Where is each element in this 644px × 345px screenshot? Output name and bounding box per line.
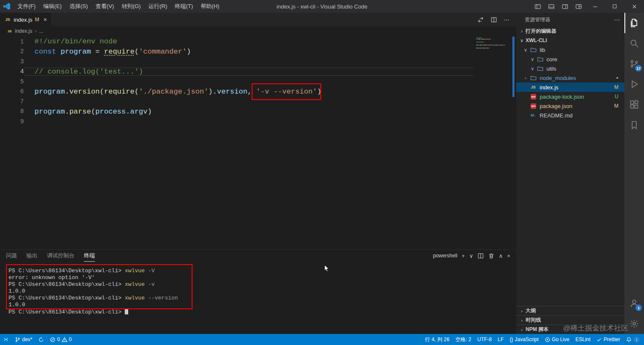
terminal-line: PS C:\Users\86134\Desktop\xwl-cli> (9, 308, 516, 316)
layout-sidebar-right-button[interactable] (558, 0, 572, 13)
menu-item-7[interactable]: 帮助(H) (197, 0, 223, 13)
timeline-section[interactable]: › 时间线 (516, 315, 624, 325)
code-line[interactable]: 4// console.log('test...') (0, 67, 474, 77)
activity-settings[interactable] (624, 314, 644, 334)
menu-item-0[interactable]: 文件(F) (14, 0, 40, 13)
minimize-button[interactable] (585, 0, 605, 13)
open-changes-icon[interactable] (477, 17, 484, 23)
menu-item-6[interactable]: 终端(T) (171, 0, 197, 13)
terminal-content[interactable]: PS C:\Users\86134\Desktop\xwl-cli> xwlvu… (0, 262, 516, 334)
file-name: package-lock.json (540, 94, 584, 100)
layout-customize-button[interactable] (572, 0, 585, 13)
more-actions-icon[interactable]: ⋯ (504, 17, 509, 23)
minimap[interactable] (476, 37, 510, 51)
sidebar-bottom-sections: › 大纲 › 时间线 › NPM 脚本 (516, 306, 624, 334)
tree-item-package.json[interactable]: npmpackage.jsonM (516, 101, 624, 111)
split-icon[interactable] (477, 253, 484, 259)
activity-explorer[interactable] (624, 13, 644, 33)
tree-item-README.md[interactable]: M↓README.md (516, 111, 624, 120)
code-token: require (104, 48, 134, 56)
status-go-live[interactable]: Go Live (542, 334, 572, 345)
project-section[interactable]: ∨ XWL-CLI (516, 36, 624, 45)
npm-scripts-section[interactable]: › NPM 脚本 (516, 325, 624, 334)
maximize-button[interactable] (605, 0, 624, 13)
status-text: JavaScript (515, 336, 539, 342)
status-eslint[interactable]: ESLint (572, 334, 593, 345)
layout-sidebar-left-button[interactable] (531, 0, 544, 13)
split-editor-icon[interactable] (491, 17, 497, 23)
code-line[interactable]: 1#!/usr/bin/env node (0, 37, 474, 47)
code-line[interactable]: 7 (0, 97, 474, 107)
chevron-down-icon[interactable]: ∨ (469, 253, 473, 259)
status-sync[interactable] (35, 334, 47, 345)
activity-accounts[interactable]: 1 (624, 293, 644, 314)
panel-tab-问题[interactable]: 问题 (6, 250, 17, 262)
code-line[interactable]: 5 (0, 77, 474, 87)
more-actions-icon[interactable]: ⋯ (614, 16, 620, 23)
tab-index-js[interactable]: JS index.js M × (0, 13, 52, 26)
code-line[interactable]: 3 (0, 57, 474, 67)
activity-search[interactable] (624, 33, 644, 54)
plus-icon[interactable]: + (462, 253, 465, 259)
code-area[interactable]: 1#!/usr/bin/env node2const program = req… (0, 36, 474, 127)
activity-run-debug[interactable] (624, 74, 644, 94)
timeline-label: 时间线 (526, 316, 541, 324)
tree-item-utils[interactable]: ∨utils (516, 64, 624, 73)
panel-tab-终端[interactable]: 终端 (84, 250, 95, 262)
status-text: Go Live (552, 336, 569, 342)
minimize-icon (592, 3, 598, 10)
tree-item-package-lock.json[interactable]: npmpackage-lock.jsonU (516, 92, 624, 101)
code-line[interactable]: 2const program = require('commander') (0, 47, 474, 57)
breadcrumb-more[interactable]: ... (39, 28, 43, 34)
status-indentation[interactable]: 空格: 2 (452, 334, 474, 345)
status-remote[interactable] (0, 334, 12, 345)
shell-selector[interactable]: powershell (431, 253, 457, 259)
code-token: ( (91, 108, 95, 116)
close-window-button[interactable] (624, 0, 644, 13)
code-line[interactable]: 6program.version(require('./package.json… (0, 87, 474, 97)
activity-bookmarks[interactable] (624, 115, 644, 135)
open-editors-section[interactable]: › 打开的编辑器 (516, 26, 624, 36)
status-notifications[interactable]: 1 (623, 334, 642, 345)
status-language[interactable]: {}JavaScript (507, 334, 542, 345)
tree-item-index.js[interactable]: JSindex.jsM (516, 83, 624, 92)
trash-icon[interactable] (488, 253, 494, 259)
git-status-badge: U (615, 94, 624, 100)
menu-item-1[interactable]: 编辑(E) (40, 0, 66, 13)
status-problems[interactable]: 00 (47, 334, 75, 345)
code-token: program (34, 108, 65, 116)
code-line[interactable]: 8program.parse(process.argv) (0, 107, 474, 117)
menu-item-2[interactable]: 选择(S) (66, 0, 92, 13)
tree-item-lib[interactable]: ∨lib (516, 45, 624, 54)
activity-source-control[interactable]: 17 (624, 54, 644, 74)
activity-extensions[interactable] (624, 94, 644, 115)
layout-panel-button[interactable] (544, 0, 558, 13)
status-text: Prettier (604, 336, 620, 342)
panel-tab-输出[interactable]: 输出 (26, 250, 37, 262)
code-token: parse (69, 108, 91, 116)
status-text: ESLint (575, 336, 590, 342)
terminal-line: PS C:\Users\86134\Desktop\xwl-cli> xwlvu… (9, 268, 516, 274)
status-git-branch[interactable]: dev* (12, 334, 35, 345)
npm-file-icon: npm (531, 103, 536, 109)
terminal-line: PS C:\Users\86134\Desktop\xwl-cli> xwlvu… (9, 281, 516, 288)
file-name: package.json (540, 103, 572, 109)
close-tab-icon[interactable]: × (43, 16, 47, 23)
line-number: 2 (0, 48, 24, 55)
status-prettier[interactable]: Prettier (593, 334, 623, 345)
code-line[interactable]: 9 (0, 117, 474, 127)
chevron-up-icon[interactable]: ∧ (499, 253, 503, 259)
status-encoding[interactable]: UTF-8 (474, 334, 495, 345)
outline-section[interactable]: › 大纲 (516, 306, 624, 315)
panel-tab-调试控制台[interactable]: 调试控制台 (47, 250, 75, 262)
menu-item-5[interactable]: 运行(R) (144, 0, 171, 13)
menu-item-3[interactable]: 查看(V) (92, 0, 118, 13)
status-cursor-position[interactable]: 行 4, 列 26 (422, 334, 452, 345)
breadcrumb-file[interactable]: index.js (15, 28, 32, 34)
activity-badge: 1 (635, 305, 642, 311)
status-eol[interactable]: LF (495, 334, 507, 345)
tree-item-node_modules[interactable]: ›node_modules● (516, 73, 624, 83)
tree-item-core[interactable]: ∨core (516, 54, 624, 64)
menu-item-4[interactable]: 转到(G) (118, 0, 145, 13)
close-icon[interactable]: × (507, 253, 510, 259)
